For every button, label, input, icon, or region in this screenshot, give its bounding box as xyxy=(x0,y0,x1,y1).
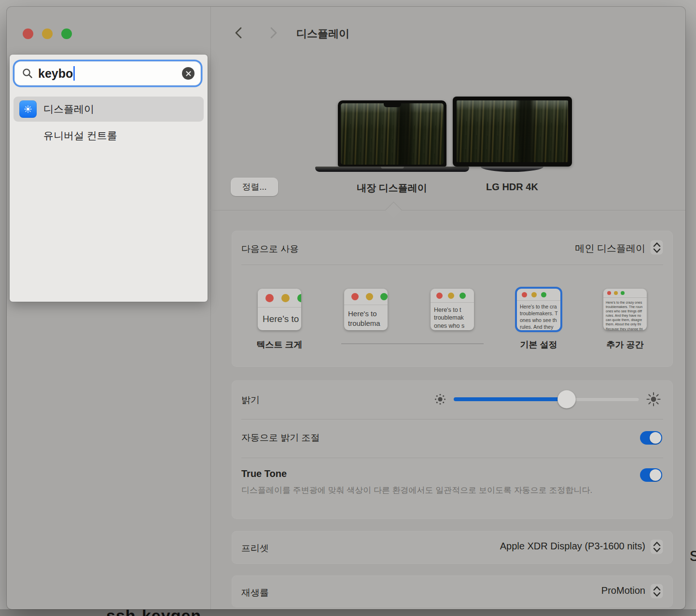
use-as-label: 다음으로 사용 xyxy=(241,243,299,255)
text-caret xyxy=(73,66,75,81)
brightness-card: 밝기 xyxy=(232,380,673,519)
monitor-stand xyxy=(481,167,543,172)
forward-button[interactable] xyxy=(268,26,278,40)
mini-traffic-light-r xyxy=(351,293,359,300)
macbook-notch xyxy=(384,103,401,107)
mini-traffic-light-g xyxy=(459,293,466,299)
mini-window-titlebar xyxy=(517,289,560,301)
brightness-dim-icon xyxy=(434,393,446,407)
wallpaper-forest xyxy=(457,100,568,162)
external-display-thumbnail[interactable] xyxy=(453,97,572,167)
scaling-options-connector xyxy=(341,343,484,344)
search-result-label: 유니버설 컨트롤 xyxy=(43,129,117,142)
brightness-bright-icon xyxy=(646,392,661,409)
mini-window-titlebar xyxy=(431,289,474,303)
mini-traffic-light-r xyxy=(265,294,274,302)
auto-brightness-label: 자동으로 밝기 조절 xyxy=(241,432,320,444)
use-as-value[interactable]: 메인 디스플레이 xyxy=(575,242,645,255)
scaling-option[interactable]: Here's totroublema xyxy=(344,289,388,330)
mini-traffic-light-g xyxy=(541,292,546,297)
brightness-slider[interactable] xyxy=(454,397,639,401)
preset-label: 프리셋 xyxy=(241,542,269,555)
mini-traffic-light-g xyxy=(297,294,301,302)
display-brightness-icon xyxy=(19,100,37,118)
mini-traffic-light-y xyxy=(281,294,290,302)
search-result-label: 디스플레이 xyxy=(43,102,94,116)
search-icon xyxy=(22,68,33,79)
search-result-display[interactable]: 디스플레이 xyxy=(14,97,204,122)
brightness-slider-thumb[interactable] xyxy=(557,390,576,408)
arrange-button[interactable]: 정렬... xyxy=(231,178,278,196)
true-tone-description: 디스플레이를 주변광에 맞춰 색상이 다른 환경에서도 일관적으로 보이도록 자… xyxy=(241,484,608,497)
close-window-button[interactable] xyxy=(23,28,33,39)
mini-traffic-light-y xyxy=(614,291,618,295)
refresh-rate-popup-button[interactable] xyxy=(650,584,663,599)
system-settings-window: keybo 디스플레이 xyxy=(7,7,685,609)
search-input-value: keybo xyxy=(38,67,73,81)
mini-window-titlebar xyxy=(258,289,301,308)
scaling-option[interactable]: Here's to ttroublemakones who s xyxy=(431,289,474,330)
scaling-option[interactable]: Here's to the crazy onestroublemakers. T… xyxy=(603,289,647,330)
row-divider xyxy=(241,265,663,265)
row-divider xyxy=(241,419,663,420)
clear-search-button[interactable] xyxy=(182,67,195,80)
external-display-label: LG HDR 4K xyxy=(452,182,572,193)
use-as-popup-button[interactable] xyxy=(650,240,663,255)
true-tone-label: True Tone xyxy=(241,468,287,479)
mini-traffic-light-g xyxy=(621,291,625,295)
auto-brightness-toggle[interactable] xyxy=(640,431,662,445)
scaling-option[interactable]: Here's to the cratroublemakers. Tones wh… xyxy=(517,289,560,330)
mini-traffic-light-r xyxy=(436,293,443,299)
mini-traffic-light-g xyxy=(380,293,388,300)
mini-window-text: Here's to ttroublemakones who s xyxy=(431,303,474,330)
mini-window-text: Here's totroublema xyxy=(344,305,388,328)
builtin-display-thumbnail[interactable] xyxy=(338,100,446,167)
macbook-base xyxy=(315,167,469,172)
search-result-universal-control[interactable]: 유니버설 컨트롤 xyxy=(14,124,204,148)
scaling-option-label: 텍스트 크게 xyxy=(236,339,323,350)
mini-traffic-light-r xyxy=(607,291,611,295)
mini-traffic-light-y xyxy=(531,292,537,297)
mini-window-text: Here's to the cratroublemakers. Tones wh… xyxy=(517,301,560,330)
selected-display-pointer xyxy=(385,202,402,219)
search-results-panel: keybo 디스플레이 xyxy=(10,55,208,302)
row-divider xyxy=(241,458,663,458)
preset-card: 프리셋 Apple XDR Display (P3-1600 nits) xyxy=(232,531,673,564)
display-settings-card: 다음으로 사용 메인 디스플레이 Here's to텍스트 크게Here's t… xyxy=(232,231,673,367)
mini-traffic-light-y xyxy=(448,293,454,299)
preset-popup-button[interactable] xyxy=(650,539,663,554)
brightness-label: 밝기 xyxy=(241,394,260,406)
scaling-option-label: 기본 설정 xyxy=(495,339,582,350)
true-tone-toggle[interactable] xyxy=(640,468,662,482)
section-divider xyxy=(210,210,685,210)
mini-window-titlebar xyxy=(344,289,388,305)
refresh-rate-value[interactable]: ProMotion xyxy=(601,585,645,596)
scaling-option[interactable]: Here's to xyxy=(258,289,301,330)
wallpaper-forest xyxy=(341,103,444,165)
preset-value[interactable]: Apple XDR Display (P3-1600 nits) xyxy=(500,541,645,552)
refresh-rate-label: 재생률 xyxy=(241,587,269,599)
mini-window-titlebar xyxy=(603,289,647,298)
mini-window-text: Here's to xyxy=(258,308,301,326)
brightness-slider-fill xyxy=(454,397,567,401)
mini-traffic-light-y xyxy=(366,293,373,300)
zoom-window-button[interactable] xyxy=(61,28,72,39)
background-strip xyxy=(0,609,696,616)
refresh-rate-card: 재생률 ProMotion xyxy=(232,575,673,607)
scaling-option-label: 추가 공간 xyxy=(582,339,668,350)
background-edge-text: s xyxy=(690,545,696,565)
builtin-display-label: 내장 디스플레이 xyxy=(320,182,464,195)
mini-window-text: Here's to the crazy onestroublemakers. T… xyxy=(603,298,647,330)
back-button[interactable] xyxy=(234,26,244,40)
sidebar-divider xyxy=(210,7,211,609)
search-input[interactable]: keybo xyxy=(14,61,201,85)
page-title: 디스플레이 xyxy=(296,27,349,41)
mini-traffic-light-r xyxy=(522,292,527,297)
minimize-window-button[interactable] xyxy=(42,28,53,39)
